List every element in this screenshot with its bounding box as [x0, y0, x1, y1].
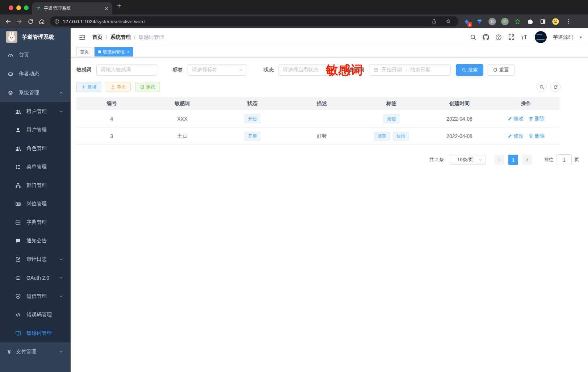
prev-page-button[interactable]: [495, 155, 504, 165]
sidebar-item-role[interactable]: 角色管理: [0, 139, 71, 158]
sidebar-item-tenant[interactable]: 租户管理: [0, 102, 71, 121]
fullscreen-icon[interactable]: [508, 34, 515, 41]
record-extension-icon[interactable]: [501, 17, 509, 25]
table-body: 4XXX开启短信2022-04-08修改删除3土豆开启好呀蔬菜短信2022-04…: [76, 110, 559, 145]
tab-首页[interactable]: 首页: [76, 47, 92, 57]
chat-icon: [15, 238, 21, 244]
sidebar-item-menu[interactable]: 菜单管理: [0, 158, 71, 176]
keyword-input[interactable]: 请输入敏感词: [96, 64, 157, 76]
plus-icon: [81, 85, 86, 89]
export-button[interactable]: 导出: [106, 82, 131, 92]
sensitive-word-table: 编号敏感词状态描述标签创建时间操作 4XXX开启短信2022-04-08修改删除…: [76, 97, 559, 145]
window-minimize-button[interactable]: [16, 5, 21, 10]
edit-note-icon: [15, 256, 21, 262]
site-info-icon[interactable]: [54, 19, 59, 24]
back-icon[interactable]: [5, 18, 11, 25]
sidebar-item-notice[interactable]: 通知公告: [0, 231, 71, 250]
github-icon[interactable]: [483, 34, 489, 41]
user-name[interactable]: 芋道源码: [553, 34, 573, 41]
sidebar-item-sensitive-word[interactable]: 敏感词管理: [0, 324, 71, 342]
sidebar-item-author-feed[interactable]: 作者动态: [0, 64, 71, 83]
trash-icon: [529, 134, 533, 138]
reset-button[interactable]: 重置: [487, 64, 514, 76]
font-size-icon[interactable]: TT: [521, 34, 527, 40]
breadcrumb-item[interactable]: 系统管理: [110, 34, 131, 41]
close-icon[interactable]: ×: [127, 49, 130, 54]
document-check-icon: [140, 85, 144, 89]
chevron-down-icon: [59, 109, 63, 114]
sidebar-item-audit-log[interactable]: 审计日志: [0, 250, 71, 268]
sidebar: 芋道管理系统 首页作者动态系统管理租户管理用户管理角色管理菜单管理部门管理岗位管…: [0, 28, 71, 372]
goto-page-input[interactable]: [556, 154, 572, 165]
add-button[interactable]: 新增: [76, 82, 101, 92]
window-close-button[interactable]: [9, 5, 13, 10]
sidebar-item-home[interactable]: 首页: [0, 46, 71, 64]
chevron-down-icon: [59, 257, 63, 262]
window-zoom-button[interactable]: [24, 5, 29, 10]
sidebar-item-system[interactable]: 系统管理: [0, 83, 71, 102]
cell-actions: 修改删除: [493, 133, 559, 139]
tab-label: 首页: [80, 49, 89, 55]
diamond-extension-icon[interactable]: ◆9: [463, 17, 471, 25]
sidebar-item-label: 支付管理: [16, 348, 54, 355]
edit-link[interactable]: 修改: [508, 116, 524, 122]
edit-label: 修改: [513, 116, 524, 122]
command-extension-icon[interactable]: [488, 17, 496, 25]
browser-tab[interactable]: 芋道管理系统 ✕: [32, 2, 112, 14]
collapse-sidebar-icon[interactable]: [79, 34, 86, 41]
favicon-sprout-icon: [35, 6, 41, 11]
share-icon[interactable]: [432, 19, 437, 24]
active-dot-icon: [98, 50, 101, 53]
reload-icon[interactable]: [28, 18, 34, 25]
delete-link[interactable]: 删除: [529, 133, 545, 139]
gem-extension-icon[interactable]: [475, 17, 483, 25]
tags-view-bar: 首页敏感词管理×: [71, 46, 588, 58]
page-size-select[interactable]: 10条/页: [450, 155, 486, 165]
cell-status: 开启: [218, 114, 287, 123]
delete-link[interactable]: 删除: [529, 116, 545, 122]
toggle-search-button[interactable]: [537, 82, 547, 92]
search-button[interactable]: 搜索: [456, 64, 483, 76]
profile-avatar-icon[interactable]: [551, 17, 559, 25]
sidebar-item-post[interactable]: 岗位管理: [0, 195, 71, 213]
star-extension-icon[interactable]: [513, 17, 521, 25]
sidebar-item-label: 短信管理: [26, 293, 54, 300]
user-avatar[interactable]: [535, 31, 547, 43]
pencil-icon: [508, 134, 512, 138]
page-unit-label: 页: [575, 156, 579, 163]
sidebar-item-oauth2[interactable]: OAuth 2.0: [0, 268, 71, 287]
new-tab-button[interactable]: [117, 3, 122, 8]
star-extension-icon: [514, 18, 521, 25]
url-path: /system/sensitive-word: [95, 19, 145, 24]
extension-badge: 9: [467, 22, 472, 27]
split-screen-icon[interactable]: [539, 17, 547, 25]
sidebar-item-error-code[interactable]: 错误码管理: [0, 305, 71, 324]
sidebar-item-user[interactable]: 用户管理: [0, 121, 71, 139]
table-row: 3土豆开启好呀蔬菜短信2022-04-08修改删除: [76, 128, 559, 145]
refresh-table-button[interactable]: [550, 82, 560, 92]
sidebar-logo[interactable]: 芋道管理系统: [0, 28, 71, 46]
menu-dots-icon[interactable]: [566, 18, 571, 24]
sidebar-item-sms[interactable]: 短信管理: [0, 287, 71, 305]
breadcrumb-item[interactable]: 首页: [92, 34, 102, 41]
next-page-button[interactable]: [522, 155, 532, 165]
code-icon: [15, 312, 21, 318]
tab-close-icon[interactable]: ✕: [104, 6, 109, 11]
help-icon[interactable]: [495, 34, 502, 41]
sidebar-item-pay[interactable]: ¥支付管理: [0, 342, 71, 361]
sidebar-item-dept[interactable]: 部门管理: [0, 176, 71, 195]
tag-select[interactable]: 请选择标签: [188, 64, 247, 76]
address-bar[interactable]: 127.0.0.1:1024/system/sensitive-word: [50, 16, 458, 26]
puzzle-extensions-icon[interactable]: [526, 17, 534, 25]
sidebar-item-dict[interactable]: 字典管理: [0, 213, 71, 231]
tab-敏感词管理[interactable]: 敏感词管理×: [94, 47, 133, 57]
postcard-icon: [15, 201, 21, 207]
page-1-button[interactable]: 1: [508, 155, 518, 165]
edit-link[interactable]: 修改: [508, 133, 524, 139]
forward-icon[interactable]: [16, 18, 22, 25]
test-button[interactable]: 测试: [135, 82, 160, 92]
home-icon[interactable]: [39, 18, 45, 25]
search-icon[interactable]: [470, 34, 476, 41]
bookmark-star-icon[interactable]: [446, 19, 451, 24]
date-range-picker[interactable]: 开始日期 - 结束日期: [369, 64, 451, 76]
